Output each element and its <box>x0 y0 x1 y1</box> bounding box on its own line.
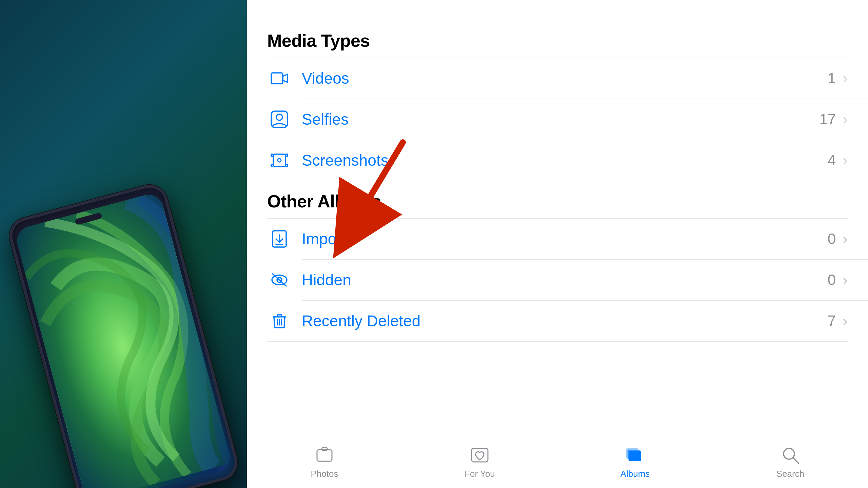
for-you-tab-icon <box>469 444 491 466</box>
svg-point-5 <box>278 159 281 162</box>
albums-tab-label: Albums <box>620 469 650 479</box>
selfies-item[interactable]: Selfies 17 › <box>247 99 868 140</box>
videos-label: Videos <box>302 69 828 87</box>
for-you-tab-label: For You <box>465 469 495 479</box>
svg-rect-4 <box>273 154 285 166</box>
recently-deleted-count: 7 <box>828 312 836 329</box>
media-types-section: Media Types Videos 1 › <box>247 20 868 181</box>
left-panel <box>0 0 247 488</box>
svg-rect-14 <box>317 450 332 461</box>
tab-for-you[interactable]: For You <box>402 441 557 479</box>
content-area: Media Types Videos 1 › <box>247 0 868 434</box>
right-panel: Media Types Videos 1 › <box>247 0 868 488</box>
screenshots-item[interactable]: Screenshots 4 › <box>247 140 868 181</box>
svg-rect-15 <box>322 448 327 450</box>
screenshots-label: Screenshots <box>302 151 828 169</box>
videos-chevron: › <box>843 70 848 87</box>
videos-count: 1 <box>828 70 836 87</box>
other-albums-section: Other Albums Imports 0 › <box>247 181 868 342</box>
photos-tab-label: Photos <box>311 469 338 479</box>
albums-tab-icon <box>624 444 646 466</box>
videos-item[interactable]: Videos 1 › <box>247 58 868 99</box>
tab-search[interactable]: Search <box>713 441 868 479</box>
selfies-count: 17 <box>819 111 836 128</box>
hidden-item[interactable]: Hidden 0 › <box>247 260 868 300</box>
video-icon <box>267 66 292 90</box>
recently-deleted-item[interactable]: Recently Deleted 7 › <box>247 301 868 341</box>
selfies-icon <box>267 107 292 131</box>
tab-bar: Photos For You Albums <box>247 434 868 488</box>
search-tab-label: Search <box>776 469 804 479</box>
section-bottom-divider <box>267 341 848 342</box>
svg-point-3 <box>276 114 282 120</box>
hidden-icon <box>267 268 292 292</box>
hidden-label: Hidden <box>302 271 828 289</box>
recently-deleted-chevron: › <box>843 312 848 329</box>
screenshots-chevron: › <box>843 152 848 169</box>
hidden-chevron: › <box>843 271 848 288</box>
imports-chevron: › <box>843 230 848 247</box>
svg-rect-19 <box>626 448 638 459</box>
hidden-count: 0 <box>828 271 836 288</box>
trash-icon <box>267 309 292 333</box>
imports-label: Imports <box>302 230 828 248</box>
tab-albums[interactable]: Albums <box>557 441 713 479</box>
search-tab-icon <box>780 444 801 466</box>
svg-line-21 <box>793 458 798 463</box>
other-albums-header: Other Albums <box>247 181 868 218</box>
photos-tab-icon <box>314 444 335 466</box>
selfies-chevron: › <box>843 111 848 128</box>
svg-rect-1 <box>271 73 283 84</box>
phone-image <box>5 181 242 488</box>
screenshots-count: 4 <box>828 152 836 169</box>
imports-item[interactable]: Imports 0 › <box>247 219 868 259</box>
imports-icon <box>267 227 292 251</box>
imports-count: 0 <box>828 230 836 247</box>
media-types-header: Media Types <box>247 20 868 58</box>
recently-deleted-label: Recently Deleted <box>302 312 828 330</box>
tab-photos[interactable]: Photos <box>247 441 402 479</box>
selfies-label: Selfies <box>302 110 819 128</box>
screenshots-icon <box>267 148 292 172</box>
